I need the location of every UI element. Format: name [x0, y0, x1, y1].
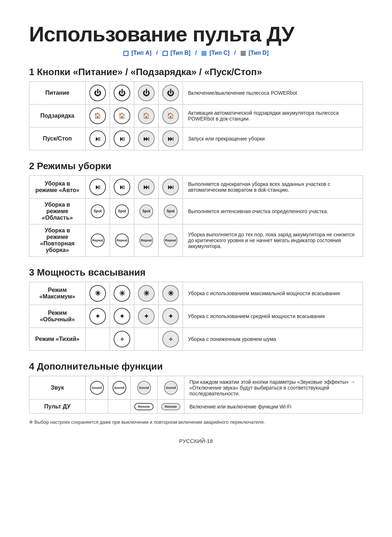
table-row: Звук Sound Sound Sound Sound При каждом … — [29, 376, 363, 400]
charge-icon-d: 🏠 — [159, 105, 183, 127]
desc-область: Выполняется интенсивная очистка определе… — [183, 199, 363, 224]
repeat-icon-c: Repeat — [134, 224, 159, 257]
table-row: Режим «Обычный» ✦ ✦ ✦ ✦ Уборка с использ… — [29, 305, 363, 328]
desc-звук: При каждом нажатии этой кнопки параметры… — [184, 376, 363, 400]
power-icon-c: ⏻ — [134, 82, 159, 105]
desc-повторная: Уборка выполняется до тех пор, пока заря… — [183, 224, 363, 257]
startstop-icon-b: ⏯ — [110, 127, 134, 150]
table-row: Подзарядка 🏠 🏠 🏠 🏠 Активация автоматичес… — [29, 105, 363, 127]
max-fan-icon-d: ✳ — [159, 282, 183, 305]
auto-icon-a: ⏯ — [86, 176, 110, 199]
quiet-fan-icon-c — [134, 328, 159, 351]
max-fan-icon-a: ✳ — [86, 282, 110, 305]
norm-fan-icon-c: ✦ — [134, 305, 159, 328]
section3-title: 3 Мощность всасывания — [29, 267, 363, 278]
spot-icon-b: Spot — [110, 199, 134, 224]
remote-icon-b — [108, 400, 131, 414]
repeat-icon-d: Repeat — [159, 224, 183, 257]
norm-fan-icon-a: ✦ — [86, 305, 110, 328]
remote-icon-d: Remote — [158, 400, 184, 414]
sound-icon-d: Sound — [158, 376, 184, 400]
desc-тихий: Уборка с пониженным уровнем шума — [183, 328, 363, 351]
sound-icon-a: Sound — [86, 376, 108, 400]
repeat-icon-a: Repeat — [86, 224, 110, 257]
quiet-fan-icon-a — [86, 328, 110, 351]
sound-icon-c: Sound — [131, 376, 158, 400]
spot-icon-a: Spot — [86, 199, 110, 224]
label-подзарядка: Подзарядка — [29, 105, 86, 127]
section4-title: 4 Дополнительные функции — [29, 361, 363, 372]
power-icon-d: ⏻ — [159, 82, 183, 105]
table-row: Уборка в режиме «Авто» ⏯ ⏯ ⏭ ⏭ Выполняет… — [29, 176, 363, 199]
startstop-icon-c: ⏭ — [134, 127, 159, 150]
table-row: Пуск/Стоп ⏯ ⏯ ⏭ ⏭ Запуск или прекращение… — [29, 127, 363, 150]
charge-icon-b: 🏠 — [110, 105, 134, 127]
spot-icon-c: Spot — [134, 199, 159, 224]
label-область: Уборка в режиме «Область» — [29, 199, 86, 224]
max-fan-icon-b: ✳ — [110, 282, 134, 305]
label-пульт: Пульт ДУ — [29, 400, 86, 414]
norm-fan-icon-d: ✦ — [159, 305, 183, 328]
section1-title: 1 Кнопки «Питание» / «Подзарядка» / «Пус… — [29, 66, 363, 78]
startstop-icon-a: ⏯ — [86, 127, 110, 150]
label-обычный: Режим «Обычный» — [29, 305, 86, 328]
table-row: Режим «Тихий» ✧ ✧ Уборка с пониженным ур… — [29, 328, 363, 351]
auto-icon-c: ⏭ — [134, 176, 159, 199]
desc-пускстоп: Запуск или прекращение уборки — [183, 127, 363, 150]
section2-title: 2 Режимы уборки — [29, 160, 363, 172]
remote-icon-a — [86, 400, 108, 414]
type-bar: [Тип A] / [Тип B] / [Тип C] / [Тип D] — [29, 50, 363, 56]
startstop-icon-d: ⏭ — [159, 127, 183, 150]
page-number: РУССКИЙ-18 — [29, 438, 363, 444]
label-пускстоп: Пуск/Стоп — [29, 127, 86, 150]
desc-подзарядка: Активация автоматической подзарядки акку… — [183, 105, 363, 127]
label-максимум: Режим «Максимум» — [29, 282, 86, 305]
section3-table: Режим «Максимум» ✳ ✳ ✳ ✳ Уборка с исполь… — [29, 282, 363, 351]
remote-icon-c: Remote — [131, 400, 158, 414]
label-питание: Питание — [29, 82, 86, 105]
label-звук: Звук — [29, 376, 86, 400]
auto-icon-b: ⏯ — [110, 176, 134, 199]
desc-питание: Включение/выключение пылесоса POWERbot — [183, 82, 363, 105]
repeat-icon-b: Repeat — [110, 224, 134, 257]
spot-icon-d: Spot — [159, 199, 183, 224]
section1-table: Питание ⏻ ⏻ ⏻ ⏻ Включение/выключение пыл… — [29, 81, 363, 150]
max-fan-icon-c: ✳ — [134, 282, 159, 305]
label-повторная: Уборка в режиме «Повторная уборка» — [29, 224, 86, 257]
table-row: Питание ⏻ ⏻ ⏻ ⏻ Включение/выключение пыл… — [29, 82, 363, 105]
desc-авто: Выполняется однократная уборка всех зада… — [183, 176, 363, 199]
charge-icon-a: 🏠 — [86, 105, 110, 127]
quiet-fan-icon-b: ✧ — [110, 328, 134, 351]
desc-максимум: Уборка с использованием максимальной мощ… — [183, 282, 363, 305]
desc-пульт: Включение или выключение функции Wi-Fi — [184, 400, 363, 414]
table-row: Уборка в режиме «Повторная уборка» Repea… — [29, 224, 363, 257]
power-icon-a: ⏻ — [86, 82, 110, 105]
sound-icon-b: Sound — [108, 376, 131, 400]
norm-fan-icon-b: ✦ — [110, 305, 134, 328]
section4-table: Звук Sound Sound Sound Sound При каждом … — [29, 376, 363, 414]
charge-icon-c: 🏠 — [134, 105, 159, 127]
table-row: Уборка в режиме «Область» Spot Spot Spot… — [29, 199, 363, 224]
footnote: ※ Выбор настроек сохраняется даже при вы… — [29, 419, 363, 425]
quiet-fan-icon-d: ✧ — [159, 328, 183, 351]
desc-обычный: Уборка с использованием средней мощности… — [183, 305, 363, 328]
table-row: Режим «Максимум» ✳ ✳ ✳ ✳ Уборка с исполь… — [29, 282, 363, 305]
power-icon-b: ⏻ — [110, 82, 134, 105]
label-тихий: Режим «Тихий» — [29, 328, 86, 351]
table-row: Пульт ДУ Remote Remote Включение или вык… — [29, 400, 363, 414]
label-авто: Уборка в режиме «Авто» — [29, 176, 86, 199]
auto-icon-d: ⏭ — [159, 176, 183, 199]
page-title: Использование пульта ДУ — [29, 22, 363, 46]
section2-table: Уборка в режиме «Авто» ⏯ ⏯ ⏭ ⏭ Выполняет… — [29, 175, 363, 257]
